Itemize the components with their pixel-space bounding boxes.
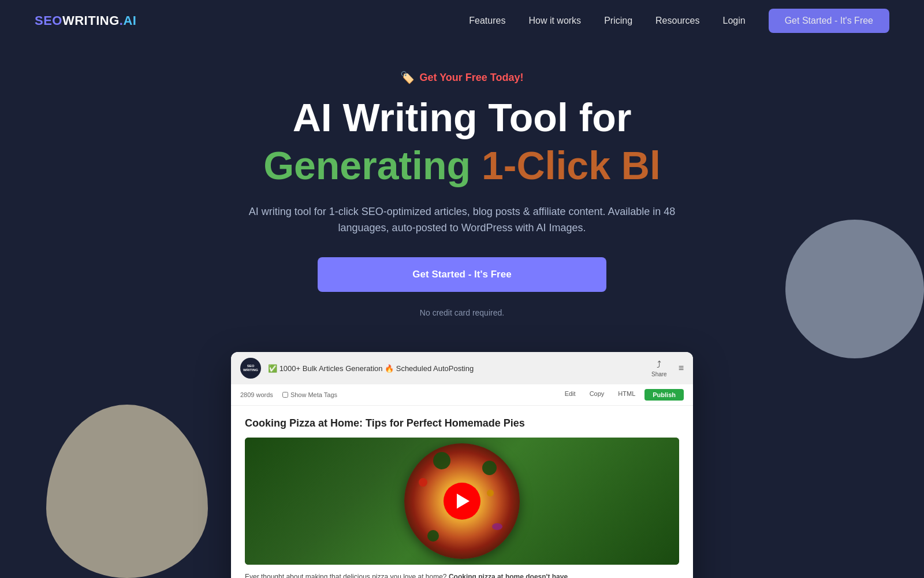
nav-features[interactable]: Features [469,16,505,25]
title-generating: Generating [263,143,482,187]
edit-button[interactable]: Edit [560,389,580,401]
toolbar-left: SEOWRITING ✅ 1000+ Bulk Articles Generat… [240,358,474,379]
nav-resources[interactable]: Resources [655,16,699,25]
checkmark-icon: ✅ [268,364,277,373]
article-title: Cooking Pizza at Home: Tips for Perfect … [245,417,679,429]
no-credit-text: No credit card required. [12,308,912,317]
app-icon: SEOWRITING [240,358,261,379]
video-preview: SEOWRITING ✅ 1000+ Bulk Articles Generat… [231,352,693,578]
word-count: 2809 words [240,391,273,398]
hero-title-line1: AI Writing Tool for [12,96,912,139]
badge-text: Get Your Free Today! [419,72,523,84]
article-image [245,438,679,565]
menu-icon[interactable]: ≡ [679,363,684,373]
page-wrapper: SEOWRITING.AI Features How it works Pric… [0,0,924,578]
publish-button[interactable]: Publish [644,389,684,401]
hero-title-line2: Generating 1-Click Bl [12,144,912,187]
article-preview: Cooking Pizza at Home: Tips for Perfect … [231,406,693,578]
nav-pricing[interactable]: Pricing [604,16,632,25]
nav-login[interactable]: Login [723,16,746,25]
hero-badge: 🏷️ Get Your Free Today! [400,71,523,84]
hero-cta-button[interactable]: Get Started - It's Free [318,257,606,292]
toolbar-title: ✅ 1000+ Bulk Articles Generation 🔥 Sched… [268,364,474,373]
meta-tags-input[interactable] [282,392,288,398]
toolbar-title-text: 1000+ Bulk Articles Generation 🔥 Schedul… [280,364,474,373]
navbar: SEOWRITING.AI Features How it works Pric… [0,0,924,42]
logo-writing: WRITING [62,13,120,28]
toolbar-right: ⤴ Share ≡ [651,360,684,377]
nav-links: Features How it works Pricing Resources … [469,9,889,33]
video-preview-container: SEOWRITING ✅ 1000+ Bulk Articles Generat… [0,352,924,578]
share-icon: ⤴ [657,360,661,370]
play-triangle-icon [457,494,470,509]
html-button[interactable]: HTML [613,389,640,401]
hero-subtitle: AI writing tool for 1-click SEO-optimize… [243,203,681,237]
play-button[interactable] [444,483,480,520]
video-toolbar: SEOWRITING ✅ 1000+ Bulk Articles Generat… [231,352,693,384]
copy-button[interactable]: Copy [585,389,609,401]
caption-bold: Cooking pizza at home doesn't have [449,573,568,578]
meta-tags-label: Show Meta Tags [290,391,337,398]
share-button[interactable]: ⤴ Share [651,360,667,377]
title-1click-bl: 1-Click Bl [482,143,661,187]
logo-ai: AI [123,13,136,28]
nav-cta-button[interactable]: Get Started - It's Free [769,9,889,33]
video-content-bar: 2809 words Show Meta Tags Edit Copy HTML… [231,384,693,406]
badge-icon: 🏷️ [400,71,415,84]
action-buttons: Edit Copy HTML Publish [560,389,684,401]
logo-seo: SEO [35,13,62,28]
meta-tags-checkbox[interactable]: Show Meta Tags [282,391,337,398]
article-caption: Ever thought about making that delicious… [245,572,679,578]
hero-section: 🏷️ Get Your Free Today! AI Writing Tool … [0,42,924,352]
share-label: Share [651,371,667,377]
logo-dot: . [120,13,124,28]
nav-how-it-works[interactable]: How it works [528,16,581,25]
logo[interactable]: SEOWRITING.AI [35,13,136,28]
caption-normal: Ever thought about making that delicious… [245,573,449,578]
